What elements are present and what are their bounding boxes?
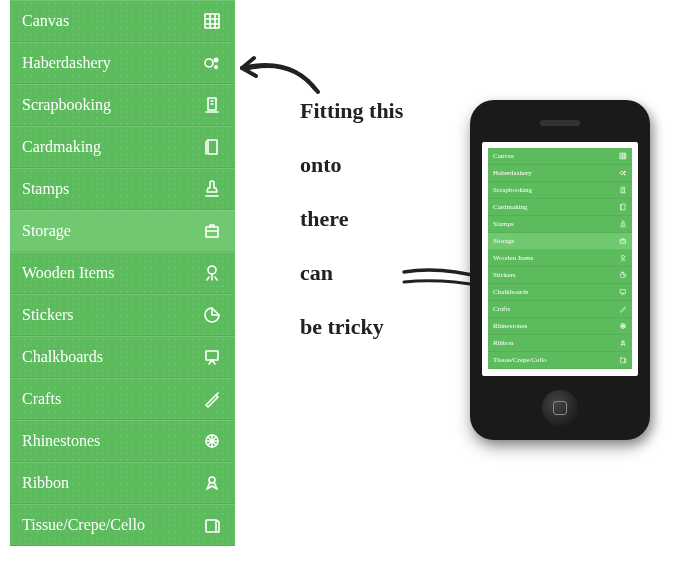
mini-menu-label: Wooden Items [493, 254, 533, 262]
menu-item-crafts[interactable]: Crafts [10, 378, 235, 420]
menu-item-cardmaking[interactable]: Cardmaking [10, 126, 235, 168]
rhinestones-icon [618, 322, 627, 331]
mini-menu-item[interactable]: Canvas [488, 148, 632, 165]
menu-item-wooden-items[interactable]: Wooden Items [10, 252, 235, 294]
annotation-line: be tricky [300, 316, 403, 338]
mini-menu-item[interactable]: Chalkboards [488, 284, 632, 301]
menu-item-scrapbooking[interactable]: Scrapbooking [10, 84, 235, 126]
mini-menu-label: Canvas [493, 152, 514, 160]
menu-item-stickers[interactable]: Stickers [10, 294, 235, 336]
menu-item-rhinestones[interactable]: Rhinestones [10, 420, 235, 462]
menu-item-label: Stamps [22, 180, 69, 198]
mini-menu-item[interactable]: Crafts [488, 301, 632, 318]
menu-item-label: Haberdashery [22, 54, 111, 72]
mini-menu-item[interactable]: Storage [488, 233, 632, 250]
menu-item-stamps[interactable]: Stamps [10, 168, 235, 210]
menu-item-haberdashery[interactable]: Haberdashery [10, 42, 235, 84]
menu-item-label: Ribbon [22, 474, 69, 492]
mini-menu-label: Chalkboards [493, 288, 528, 296]
menu-item-storage[interactable]: Storage [10, 210, 235, 252]
svg-rect-20 [620, 290, 625, 294]
chalkboards-icon [201, 346, 223, 368]
mini-menu-item[interactable]: Haberdashery [488, 165, 632, 182]
mini-menu-label: Stickers [493, 271, 516, 279]
wooden-icon [201, 262, 223, 284]
crafts-icon [201, 388, 223, 410]
tissue-icon [201, 514, 223, 536]
svg-point-2 [214, 58, 219, 63]
tissue-icon [618, 356, 627, 365]
menu-item-label: Rhinestones [22, 432, 100, 450]
canvas-icon [201, 10, 223, 32]
stamps-icon [618, 220, 627, 229]
svg-point-7 [208, 266, 216, 274]
svg-point-3 [214, 65, 218, 69]
menu-item-canvas[interactable]: Canvas [10, 0, 235, 42]
mini-menu-item[interactable]: Cardmaking [488, 199, 632, 216]
svg-rect-12 [620, 153, 626, 159]
mini-menu-item[interactable]: Tissue/Crepe/Cello [488, 352, 632, 369]
menu-item-label: Crafts [22, 390, 61, 408]
ribbon-icon [618, 339, 627, 348]
svg-rect-8 [206, 351, 218, 360]
rhinestones-icon [201, 430, 223, 452]
annotation-line: onto [300, 154, 403, 176]
svg-rect-11 [206, 520, 216, 532]
stamps-icon [201, 178, 223, 200]
cardmaking-icon [618, 203, 627, 212]
haberdashery-icon [618, 169, 627, 178]
phone-screen: CanvasHaberdasheryScrapbookingCardmaking… [482, 142, 638, 376]
svg-rect-6 [206, 227, 218, 237]
phone-mockup: CanvasHaberdasheryScrapbookingCardmaking… [470, 100, 650, 440]
svg-rect-18 [620, 239, 625, 243]
category-menu: CanvasHaberdasheryScrapbookingCardmaking… [10, 0, 235, 546]
mini-menu-label: Haberdashery [493, 169, 532, 177]
cardmaking-icon [201, 136, 223, 158]
mini-menu-label: Ribbon [493, 339, 514, 347]
storage-icon [201, 220, 223, 242]
svg-rect-23 [620, 358, 624, 363]
mini-menu-item[interactable]: Scrapbooking [488, 182, 632, 199]
svg-point-19 [621, 255, 624, 258]
menu-item-label: Wooden Items [22, 264, 114, 282]
menu-item-label: Storage [22, 222, 71, 240]
mini-menu-item[interactable]: Stickers [488, 267, 632, 284]
mini-menu-item[interactable]: Ribbon [488, 335, 632, 352]
menu-item-label: Tissue/Crepe/Cello [22, 516, 145, 534]
annotation-text: Fitting this onto there can be tricky [300, 100, 403, 370]
mini-menu-label: Stamps [493, 220, 514, 228]
stickers-icon [618, 271, 627, 280]
mini-menu-item[interactable]: Wooden Items [488, 250, 632, 267]
mini-menu-label: Scrapbooking [493, 186, 532, 194]
menu-item-ribbon[interactable]: Ribbon [10, 462, 235, 504]
crafts-icon [618, 305, 627, 314]
mini-menu-label: Cardmaking [493, 203, 528, 211]
annotation-line: can [300, 262, 403, 284]
scrapbooking-icon [618, 186, 627, 195]
mini-menu-label: Storage [493, 237, 514, 245]
arrow-to-menu-icon [232, 48, 322, 98]
mini-menu-item[interactable]: Rhinestones [488, 318, 632, 335]
menu-item-label: Canvas [22, 12, 69, 30]
svg-rect-17 [621, 204, 625, 210]
scrapbooking-icon [201, 94, 223, 116]
menu-item-tissue-crepe-cello[interactable]: Tissue/Crepe/Cello [10, 504, 235, 546]
menu-item-label: Stickers [22, 306, 74, 324]
svg-point-13 [620, 171, 623, 174]
svg-point-1 [205, 59, 213, 67]
mini-menu-item[interactable]: Stamps [488, 216, 632, 233]
annotation-line: Fitting this [300, 100, 403, 122]
ribbon-icon [201, 472, 223, 494]
menu-item-chalkboards[interactable]: Chalkboards [10, 336, 235, 378]
phone-home-button[interactable] [542, 390, 578, 426]
annotation-line: there [300, 208, 403, 230]
wooden-icon [618, 254, 627, 263]
mini-menu-label: Rhinestones [493, 322, 527, 330]
menu-item-label: Chalkboards [22, 348, 103, 366]
chalkboards-icon [618, 288, 627, 297]
mini-menu-label: Tissue/Crepe/Cello [493, 356, 547, 364]
storage-icon [618, 237, 627, 246]
phone-speaker-icon [540, 120, 580, 126]
menu-item-label: Scrapbooking [22, 96, 111, 114]
svg-point-14 [623, 171, 625, 173]
